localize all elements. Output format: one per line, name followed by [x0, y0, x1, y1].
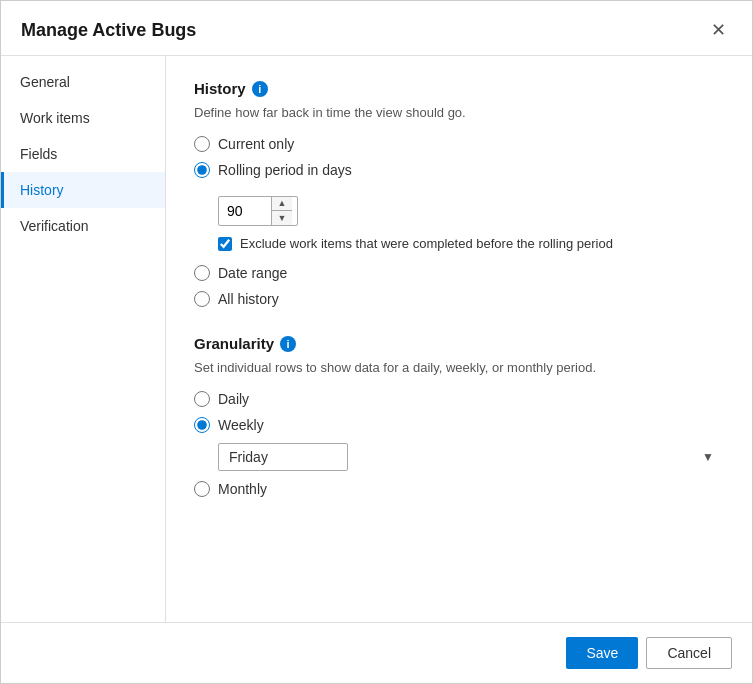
history-label-date-range: Date range — [218, 265, 287, 281]
history-label-all-history: All history — [218, 291, 279, 307]
history-label-current-only: Current only — [218, 136, 294, 152]
sidebar: General Work items Fields History Verifi… — [1, 56, 166, 622]
sidebar-item-verification[interactable]: Verification — [1, 208, 165, 244]
history-option-current-only[interactable]: Current only — [194, 136, 724, 152]
dialog-body: General Work items Fields History Verifi… — [1, 56, 752, 622]
granularity-radio-weekly[interactable] — [194, 417, 210, 433]
history-option-rolling-period[interactable]: Rolling period in days — [194, 162, 724, 178]
dialog-footer: Save Cancel — [1, 622, 752, 683]
select-arrow-icon: ▼ — [702, 450, 714, 464]
granularity-label-daily: Daily — [218, 391, 249, 407]
granularity-radio-daily[interactable] — [194, 391, 210, 407]
exclude-checkbox[interactable] — [218, 237, 232, 251]
history-radio-current-only[interactable] — [194, 136, 210, 152]
dialog-header: Manage Active Bugs ✕ — [1, 1, 752, 56]
main-content: History i Define how far back in time th… — [166, 56, 752, 622]
granularity-option-daily[interactable]: Daily — [194, 391, 724, 407]
granularity-label-weekly: Weekly — [218, 417, 264, 433]
cancel-button[interactable]: Cancel — [646, 637, 732, 669]
granularity-radio-monthly[interactable] — [194, 481, 210, 497]
spinner-down-button[interactable]: ▼ — [272, 211, 292, 225]
granularity-info-icon[interactable]: i — [280, 336, 296, 352]
history-option-date-range[interactable]: Date range — [194, 265, 724, 281]
close-button[interactable]: ✕ — [705, 17, 732, 43]
weekly-day-select[interactable]: Sunday Monday Tuesday Wednesday Thursday… — [218, 443, 348, 471]
history-radio-rolling-period[interactable] — [194, 162, 210, 178]
granularity-section: Granularity i Set individual rows to sho… — [194, 335, 724, 497]
history-radio-group: Current only Rolling period in days — [194, 136, 724, 307]
granularity-label-monthly: Monthly — [218, 481, 267, 497]
history-info-icon[interactable]: i — [252, 81, 268, 97]
granularity-option-monthly[interactable]: Monthly — [194, 481, 724, 497]
rolling-period-subsection: ▲ ▼ Exclude work items that were complet… — [218, 196, 724, 251]
exclude-label: Exclude work items that were completed b… — [240, 236, 613, 251]
rolling-days-spinner: ▲ ▼ — [271, 197, 292, 225]
history-label-rolling-period: Rolling period in days — [218, 162, 352, 178]
rolling-days-input-row: ▲ ▼ — [218, 196, 724, 226]
granularity-option-weekly[interactable]: Weekly — [194, 417, 724, 433]
sidebar-item-general[interactable]: General — [1, 64, 165, 100]
granularity-description: Set individual rows to show data for a d… — [194, 360, 724, 375]
history-section-title: History i — [194, 80, 724, 97]
sidebar-item-history[interactable]: History — [1, 172, 165, 208]
history-radio-date-range[interactable] — [194, 265, 210, 281]
weekly-day-select-wrapper: Sunday Monday Tuesday Wednesday Thursday… — [218, 443, 724, 471]
granularity-radio-group: Daily Weekly Sunday Monday Tuesday Wed — [194, 391, 724, 497]
history-option-all-history[interactable]: All history — [194, 291, 724, 307]
save-button[interactable]: Save — [566, 637, 638, 669]
history-section: History i Define how far back in time th… — [194, 80, 724, 307]
granularity-section-title: Granularity i — [194, 335, 724, 352]
exclude-checkbox-item[interactable]: Exclude work items that were completed b… — [218, 236, 724, 251]
sidebar-item-work-items[interactable]: Work items — [1, 100, 165, 136]
history-radio-all-history[interactable] — [194, 291, 210, 307]
dialog-title: Manage Active Bugs — [21, 20, 196, 41]
sidebar-item-fields[interactable]: Fields — [1, 136, 165, 172]
history-description: Define how far back in time the view sho… — [194, 105, 724, 120]
rolling-days-input-wrapper: ▲ ▼ — [218, 196, 298, 226]
spinner-up-button[interactable]: ▲ — [272, 197, 292, 211]
rolling-days-input[interactable] — [219, 199, 271, 223]
manage-active-bugs-dialog: Manage Active Bugs ✕ General Work items … — [0, 0, 753, 684]
